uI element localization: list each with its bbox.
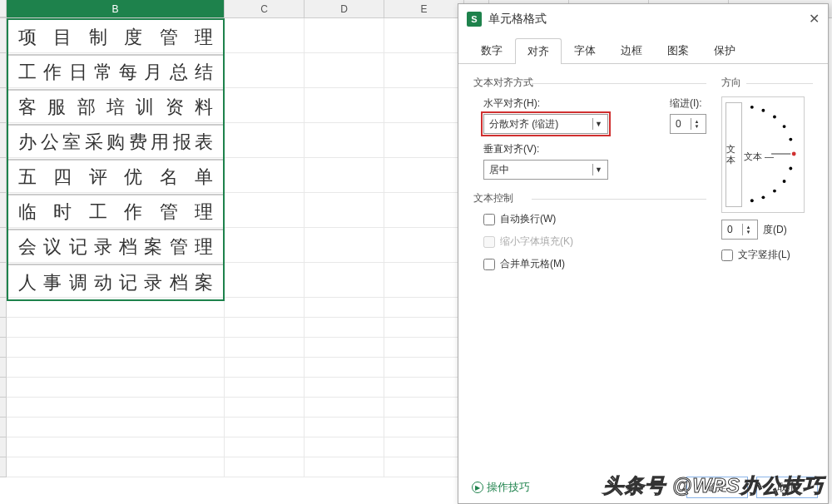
chevron-down-icon: ▼: [592, 118, 604, 130]
orientation-widget[interactable]: 文本 文本 —: [721, 96, 805, 213]
col-header-b[interactable]: B: [7, 0, 225, 17]
halign-label: 水平对齐(H):: [483, 96, 661, 111]
degree-spinner[interactable]: 0 ▲▼: [721, 220, 758, 240]
merge-checkbox[interactable]: 合并单元格(M): [483, 257, 706, 271]
cell-b6[interactable]: 临时工作管理: [8, 195, 223, 230]
cell-b4[interactable]: 办公室采购费用报表: [8, 125, 223, 160]
cell-b5[interactable]: 五四评优名单: [8, 160, 223, 195]
spinner-icon: ▲▼: [691, 118, 702, 130]
play-icon: ▶: [472, 482, 483, 493]
svg-point-8: [761, 195, 765, 199]
cell-b2[interactable]: 工作日常每月总结: [8, 55, 223, 90]
svg-point-2: [773, 116, 776, 119]
cell-b8[interactable]: 人事调动记录档案: [8, 264, 223, 299]
chevron-down-icon: ▼: [592, 164, 604, 175]
cell-b3[interactable]: 客服部培训资料: [8, 90, 223, 125]
svg-point-9: [750, 199, 754, 202]
col-header-c[interactable]: C: [225, 0, 305, 17]
halign-select[interactable]: 分散对齐 (缩进) ▼: [483, 114, 608, 134]
svg-point-3: [783, 125, 786, 128]
wrap-checkbox[interactable]: 自动换行(W): [483, 212, 706, 226]
selected-range[interactable]: 项目制度管理 工作日常每月总结 客服部培训资料 办公室采购费用报表 五四评优名单…: [7, 18, 225, 301]
valign-select[interactable]: 居中 ▼: [483, 160, 608, 180]
text-control-label: 文本控制: [473, 191, 706, 205]
close-icon[interactable]: ✕: [809, 11, 820, 27]
degree-label: 度(D): [763, 223, 787, 237]
cell-format-dialog: S 单元格格式 ✕ 数字 对齐 字体 边框 图案 保护 文本对齐方式 水平对齐(…: [458, 3, 829, 504]
col-header-e[interactable]: E: [384, 0, 464, 17]
cell-b7[interactable]: 会议记录档案管理: [8, 230, 223, 264]
tab-border[interactable]: 边框: [608, 37, 655, 63]
vertical-text-sample: 文本: [726, 102, 742, 207]
svg-point-5: [789, 167, 792, 170]
align-section-label: 文本对齐方式: [473, 76, 706, 90]
dialog-titlebar[interactable]: S 单元格格式 ✕: [458, 4, 828, 34]
spinner-icon: ▲▼: [742, 224, 754, 235]
svg-point-0: [750, 106, 754, 109]
tab-number[interactable]: 数字: [468, 37, 515, 63]
tab-pattern[interactable]: 图案: [655, 37, 701, 63]
svg-point-1: [761, 109, 765, 112]
dialog-tabs: 数字 对齐 字体 边框 图案 保护: [458, 37, 828, 64]
tab-font[interactable]: 字体: [562, 37, 608, 63]
cancel-button[interactable]: 取消: [756, 477, 818, 498]
cell-b1[interactable]: 项目制度管理: [8, 20, 223, 55]
dialog-title: 单元格格式: [488, 12, 547, 27]
indent-spinner[interactable]: 0 ▲▼: [670, 114, 706, 134]
orientation-text-label: 文本 —: [744, 151, 774, 163]
svg-point-4: [789, 138, 792, 141]
ok-button[interactable]: 确定: [686, 477, 748, 498]
valign-label: 垂直对齐(V):: [483, 142, 706, 156]
direction-section-label: 方向: [721, 76, 813, 90]
corner-cell[interactable]: [0, 0, 7, 17]
app-logo-icon: S: [467, 12, 482, 27]
col-header-d[interactable]: D: [305, 0, 384, 17]
svg-point-7: [773, 190, 776, 193]
svg-point-6: [783, 180, 786, 183]
tab-alignment[interactable]: 对齐: [515, 38, 562, 64]
tab-protect[interactable]: 保护: [701, 37, 748, 63]
tips-link[interactable]: ▶ 操作技巧: [472, 480, 530, 495]
indent-label: 缩进(I):: [670, 96, 706, 111]
svg-point-10: [792, 152, 796, 156]
vertical-text-checkbox[interactable]: 文字竖排(L): [721, 248, 813, 262]
shrink-checkbox: 缩小字体填充(K): [483, 235, 706, 249]
